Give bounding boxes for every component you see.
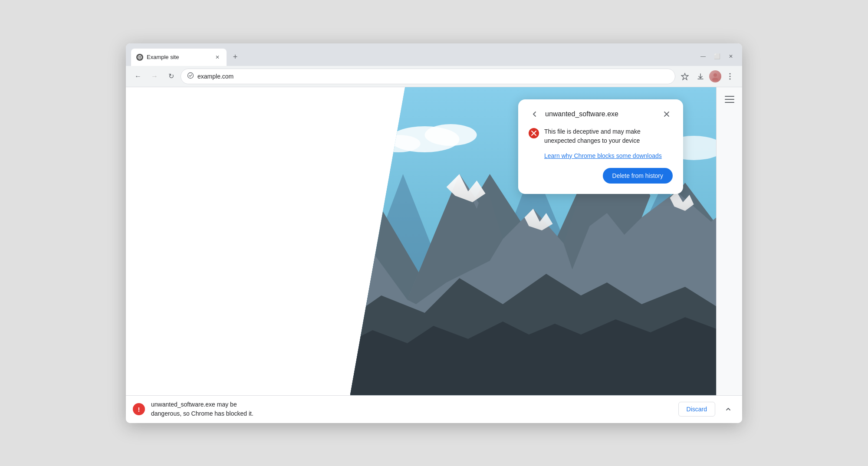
menu-line-1 bbox=[725, 96, 734, 97]
download-popup: unwanted_software.exe This file is decep… bbox=[518, 99, 683, 194]
minimize-button[interactable]: — bbox=[697, 50, 709, 62]
tab-close-button[interactable]: ✕ bbox=[214, 53, 221, 61]
sidebar bbox=[716, 87, 742, 395]
expand-button[interactable] bbox=[721, 402, 735, 416]
download-button[interactable] bbox=[694, 69, 707, 83]
popup-header: unwanted_software.exe bbox=[529, 108, 673, 120]
content-area: unwanted_software.exe This file is decep… bbox=[126, 87, 742, 395]
toolbar-actions bbox=[678, 69, 737, 83]
svg-point-6 bbox=[713, 73, 717, 77]
address-bar[interactable]: example.com bbox=[181, 69, 675, 84]
svg-point-8 bbox=[730, 73, 731, 74]
popup-back-button[interactable] bbox=[529, 108, 541, 120]
browser-window: Example site ✕ + — ⬜ ✕ ← → ↻ example.com bbox=[126, 43, 742, 423]
bottom-bar: ! unwanted_software.exe may be dangerous… bbox=[126, 395, 742, 423]
popup-filename: unwanted_software.exe bbox=[545, 110, 656, 118]
bookmark-button[interactable] bbox=[678, 69, 692, 83]
back-button[interactable]: ← bbox=[131, 69, 145, 83]
tab-favicon bbox=[136, 54, 143, 61]
menu-button[interactable] bbox=[723, 69, 737, 83]
discard-button[interactable]: Discard bbox=[678, 402, 715, 417]
svg-point-3 bbox=[188, 73, 194, 79]
bottom-warning-icon: ! bbox=[133, 403, 145, 415]
menu-line-2 bbox=[725, 99, 734, 100]
svg-point-10 bbox=[730, 78, 731, 79]
svg-point-13 bbox=[424, 124, 477, 146]
delete-from-history-button[interactable]: Delete from history bbox=[603, 168, 673, 184]
url-text: example.com bbox=[197, 73, 669, 80]
avatar[interactable] bbox=[709, 70, 721, 82]
popup-warning: This file is deceptive and may make unex… bbox=[529, 127, 673, 145]
svg-point-9 bbox=[730, 75, 731, 77]
tab-title: Example site bbox=[147, 54, 210, 60]
close-button[interactable]: ✕ bbox=[725, 50, 737, 62]
popup-close-button[interactable] bbox=[661, 108, 673, 120]
page-content: unwanted_software.exe This file is decep… bbox=[126, 87, 716, 395]
maximize-button[interactable]: ⬜ bbox=[711, 50, 723, 62]
sidebar-menu-icon[interactable] bbox=[721, 92, 738, 106]
popup-actions: Delete from history bbox=[529, 168, 673, 184]
reload-button[interactable]: ↻ bbox=[164, 69, 178, 83]
forward-button[interactable]: → bbox=[148, 69, 161, 83]
bottom-message: unwanted_software.exe may be dangerous, … bbox=[151, 400, 672, 418]
new-tab-button[interactable]: + bbox=[228, 50, 242, 64]
toolbar: ← → ↻ example.com bbox=[126, 66, 742, 87]
security-icon bbox=[187, 72, 194, 80]
warning-icon bbox=[529, 128, 539, 138]
svg-point-7 bbox=[712, 78, 718, 81]
title-bar: Example site ✕ + — ⬜ ✕ bbox=[126, 43, 742, 66]
active-tab[interactable]: Example site ✕ bbox=[131, 49, 227, 66]
menu-line-3 bbox=[725, 102, 734, 103]
window-controls: — ⬜ ✕ bbox=[697, 50, 737, 66]
learn-more-link[interactable]: Learn why Chrome blocks some downloads bbox=[544, 152, 673, 159]
svg-marker-4 bbox=[681, 73, 688, 80]
svg-point-14 bbox=[377, 135, 420, 152]
warning-text: This file is deceptive and may make unex… bbox=[544, 127, 673, 145]
